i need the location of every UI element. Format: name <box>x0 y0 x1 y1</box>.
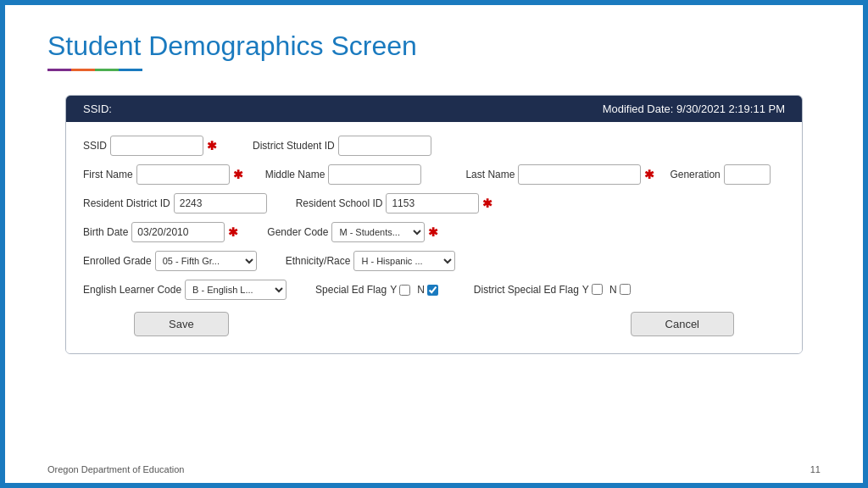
special-ed-y-checkbox[interactable] <box>399 285 410 296</box>
underline-blue <box>119 69 142 71</box>
footer-org: Oregon Department of Education <box>47 464 184 474</box>
row-resident: Resident District ID Resident School ID … <box>83 193 785 214</box>
page-title: Student Demographics Screen <box>47 30 821 62</box>
form-header: SSID: Modified Date: 9/30/2021 2:19:11 P… <box>66 96 802 122</box>
middle-name-input[interactable] <box>328 164 421 185</box>
district-special-ed-n-group: N <box>609 284 631 296</box>
ssid-header-label: SSID: <box>83 103 112 115</box>
last-name-field-group: Last Name ✱ <box>465 164 654 185</box>
special-ed-flag-field-group: Special Ed Flag Y N <box>315 284 438 296</box>
district-id-field-group: District Student ID <box>253 136 431 156</box>
district-special-ed-y-checkbox[interactable] <box>592 284 603 295</box>
title-underline <box>47 69 821 71</box>
gender-required: ✱ <box>428 225 438 239</box>
first-name-input[interactable] <box>136 164 230 185</box>
last-name-required: ✱ <box>644 168 654 181</box>
gender-code-label: Gender Code <box>267 226 328 238</box>
birth-date-input[interactable] <box>131 222 225 242</box>
special-ed-flag-label: Special Ed Flag <box>315 284 387 296</box>
ethnicity-race-select[interactable]: H - Hispanic ... <box>353 251 455 271</box>
special-ed-y-group: Y <box>390 284 410 296</box>
ssid-label: SSID <box>83 140 107 152</box>
footer-page: 11 <box>810 464 821 474</box>
form-body: SSID ✱ District Student ID First Name ✱ <box>66 122 802 353</box>
ssid-field-group: SSID ✱ <box>83 136 217 156</box>
row-english-special: English Learner Code B - English L... Sp… <box>83 280 785 300</box>
gender-code-select[interactable]: M - Students... <box>331 222 425 242</box>
row-grade-ethnicity: Enrolled Grade 05 - Fifth Gr... Ethnicit… <box>83 251 785 271</box>
resident-school-required: ✱ <box>482 197 492 210</box>
row-birth-gender: Birth Date ✱ Gender Code M - Students...… <box>83 222 785 242</box>
special-ed-n-group: N <box>417 284 438 296</box>
district-id-label: District Student ID <box>253 140 335 152</box>
district-special-ed-label: District Special Ed Flag <box>474 284 579 296</box>
save-button[interactable]: Save <box>134 312 229 336</box>
special-ed-n-text: N <box>417 284 425 296</box>
button-row: Save Cancel <box>83 312 785 336</box>
last-name-input[interactable] <box>518 164 641 185</box>
underline-green <box>95 69 119 71</box>
district-special-ed-y-group: Y <box>582 284 603 296</box>
generation-label: Generation <box>670 169 720 180</box>
ssid-input[interactable] <box>110 136 203 156</box>
row-names: First Name ✱ Middle Name Last Name ✱ <box>83 164 785 185</box>
birth-date-label: Birth Date <box>83 226 128 238</box>
resident-district-id-input[interactable] <box>174 193 267 214</box>
ethnicity-race-label: Ethnicity/Race <box>286 255 351 267</box>
generation-input[interactable] <box>724 164 771 185</box>
middle-name-field-group: Middle Name <box>265 164 422 185</box>
first-name-required: ✱ <box>233 168 243 181</box>
district-special-ed-field-group: District Special Ed Flag Y N <box>474 284 631 296</box>
district-student-id-input[interactable] <box>338 136 431 156</box>
special-ed-y-text: Y <box>390 284 397 296</box>
district-special-ed-n-checkbox[interactable] <box>620 284 631 295</box>
english-learner-select[interactable]: B - English L... <box>185 280 287 300</box>
enrolled-grade-select[interactable]: 05 - Fifth Gr... <box>155 251 257 271</box>
middle-name-label: Middle Name <box>265 169 326 180</box>
ethnicity-race-field-group: Ethnicity/Race H - Hispanic ... <box>286 251 456 271</box>
resident-district-id-label: Resident District ID <box>83 197 170 209</box>
gender-code-field-group: Gender Code M - Students... ✱ <box>267 222 438 242</box>
row-ssid: SSID ✱ District Student ID <box>83 136 785 156</box>
resident-school-id-field-group: Resident School ID ✱ <box>296 193 493 214</box>
modified-date-label: Modified Date: 9/30/2021 2:19:11 PM <box>603 103 785 115</box>
cancel-button[interactable]: Cancel <box>631 312 734 336</box>
underline-purple <box>47 69 71 71</box>
district-special-ed-n-text: N <box>609 284 617 296</box>
first-name-field-group: First Name ✱ <box>83 164 243 185</box>
special-ed-n-checkbox[interactable] <box>427 285 438 296</box>
birth-date-field-group: Birth Date ✱ <box>83 222 238 242</box>
resident-school-id-input[interactable] <box>386 193 479 214</box>
english-learner-label: English Learner Code <box>83 284 181 296</box>
enrolled-grade-field-group: Enrolled Grade 05 - Fifth Gr... <box>83 251 257 271</box>
student-demographics-form: SSID: Modified Date: 9/30/2021 2:19:11 P… <box>65 95 803 354</box>
resident-district-id-field-group: Resident District ID <box>83 193 267 214</box>
first-name-label: First Name <box>83 169 133 180</box>
ssid-required: ✱ <box>207 139 217 152</box>
last-name-label: Last Name <box>465 169 515 180</box>
enrolled-grade-label: Enrolled Grade <box>83 255 152 267</box>
birth-date-required: ✱ <box>228 225 238 239</box>
resident-school-id-label: Resident School ID <box>296 197 383 209</box>
generation-field-group: Generation <box>670 164 770 185</box>
english-learner-field-group: English Learner Code B - English L... <box>83 280 287 300</box>
district-special-ed-y-text: Y <box>582 284 589 296</box>
underline-orange <box>71 69 95 71</box>
